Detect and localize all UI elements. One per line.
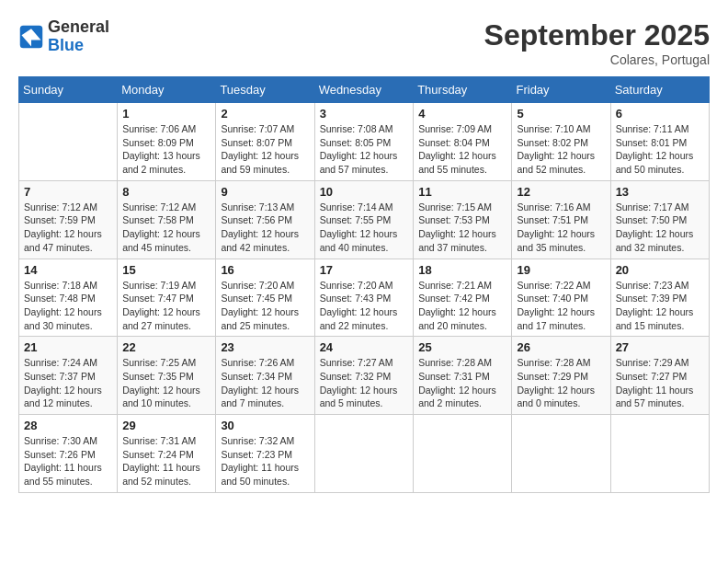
day-info: Sunrise: 7:30 AMSunset: 7:26 PMDaylight:… xyxy=(24,434,112,488)
calendar-week-row: 28Sunrise: 7:30 AMSunset: 7:26 PMDayligh… xyxy=(19,415,710,493)
day-info: Sunrise: 7:20 AMSunset: 7:43 PMDaylight:… xyxy=(320,279,409,333)
day-info: Sunrise: 7:26 AMSunset: 7:34 PMDaylight:… xyxy=(221,356,309,410)
day-number: 7 xyxy=(24,185,112,199)
calendar-cell: 17Sunrise: 7:20 AMSunset: 7:43 PMDayligh… xyxy=(314,259,414,337)
day-info: Sunrise: 7:14 AMSunset: 7:55 PMDaylight:… xyxy=(320,201,409,255)
day-info: Sunrise: 7:20 AMSunset: 7:45 PMDaylight:… xyxy=(221,279,309,333)
day-info: Sunrise: 7:08 AMSunset: 8:05 PMDaylight:… xyxy=(320,122,409,177)
calendar-cell: 30Sunrise: 7:32 AMSunset: 7:23 PMDayligh… xyxy=(216,415,314,493)
day-info: Sunrise: 7:31 AMSunset: 7:24 PMDaylight:… xyxy=(122,434,210,488)
day-number: 26 xyxy=(517,340,605,354)
calendar-cell: 29Sunrise: 7:31 AMSunset: 7:24 PMDayligh… xyxy=(118,415,216,493)
day-number: 19 xyxy=(517,263,605,277)
logo-blue-text: Blue xyxy=(48,36,84,54)
day-info: Sunrise: 7:27 AMSunset: 7:32 PMDaylight:… xyxy=(320,356,409,410)
day-info: Sunrise: 7:28 AMSunset: 7:29 PMDaylight:… xyxy=(517,356,605,410)
day-number: 18 xyxy=(418,263,506,277)
calendar-cell: 20Sunrise: 7:23 AMSunset: 7:39 PMDayligh… xyxy=(610,259,709,337)
calendar-cell: 18Sunrise: 7:21 AMSunset: 7:42 PMDayligh… xyxy=(414,259,512,337)
calendar-cell xyxy=(414,415,512,493)
day-info: Sunrise: 7:06 AMSunset: 8:09 PMDaylight:… xyxy=(122,122,210,177)
day-number: 28 xyxy=(24,419,112,432)
calendar-week-row: 14Sunrise: 7:18 AMSunset: 7:48 PMDayligh… xyxy=(19,259,710,337)
weekday-header-friday: Friday xyxy=(512,77,610,103)
day-number: 30 xyxy=(221,419,309,432)
calendar-cell: 4Sunrise: 7:09 AMSunset: 8:04 PMDaylight… xyxy=(414,103,512,181)
calendar-week-row: 1Sunrise: 7:06 AMSunset: 8:09 PMDaylight… xyxy=(19,103,710,181)
day-info: Sunrise: 7:09 AMSunset: 8:04 PMDaylight:… xyxy=(418,122,506,177)
day-number: 22 xyxy=(122,340,210,354)
day-info: Sunrise: 7:07 AMSunset: 8:07 PMDaylight:… xyxy=(221,122,309,177)
calendar-cell: 8Sunrise: 7:12 AMSunset: 7:58 PMDaylight… xyxy=(118,180,216,259)
calendar-cell: 6Sunrise: 7:11 AMSunset: 8:01 PMDaylight… xyxy=(610,103,709,181)
calendar-cell: 21Sunrise: 7:24 AMSunset: 7:37 PMDayligh… xyxy=(19,337,118,415)
location-text: Colares, Portugal xyxy=(484,52,710,67)
logo: General Blue xyxy=(18,18,109,55)
calendar-cell: 11Sunrise: 7:15 AMSunset: 7:53 PMDayligh… xyxy=(414,180,512,259)
calendar-table: SundayMondayTuesdayWednesdayThursdayFrid… xyxy=(18,76,710,493)
calendar-cell: 14Sunrise: 7:18 AMSunset: 7:48 PMDayligh… xyxy=(19,259,118,337)
calendar-cell xyxy=(512,415,610,493)
day-number: 16 xyxy=(221,263,309,277)
calendar-cell: 3Sunrise: 7:08 AMSunset: 8:05 PMDaylight… xyxy=(314,103,414,181)
calendar-cell: 12Sunrise: 7:16 AMSunset: 7:51 PMDayligh… xyxy=(512,180,610,259)
day-info: Sunrise: 7:16 AMSunset: 7:51 PMDaylight:… xyxy=(517,201,605,255)
day-number: 27 xyxy=(616,340,704,354)
page-header: General Blue September 2025 Colares, Por… xyxy=(18,18,710,67)
calendar-cell: 1Sunrise: 7:06 AMSunset: 8:09 PMDaylight… xyxy=(118,103,216,181)
day-number: 20 xyxy=(616,263,704,277)
weekday-header-sunday: Sunday xyxy=(19,77,118,103)
day-number: 21 xyxy=(24,340,112,354)
calendar-cell: 9Sunrise: 7:13 AMSunset: 7:56 PMDaylight… xyxy=(216,180,314,259)
weekday-header-saturday: Saturday xyxy=(610,77,709,103)
day-info: Sunrise: 7:32 AMSunset: 7:23 PMDaylight:… xyxy=(221,434,309,488)
calendar-cell: 10Sunrise: 7:14 AMSunset: 7:55 PMDayligh… xyxy=(314,180,414,259)
day-number: 5 xyxy=(517,107,605,121)
weekday-header-tuesday: Tuesday xyxy=(216,77,314,103)
day-info: Sunrise: 7:19 AMSunset: 7:47 PMDaylight:… xyxy=(122,279,210,333)
calendar-cell: 22Sunrise: 7:25 AMSunset: 7:35 PMDayligh… xyxy=(118,337,216,415)
day-number: 13 xyxy=(616,185,704,199)
calendar-cell: 13Sunrise: 7:17 AMSunset: 7:50 PMDayligh… xyxy=(610,180,709,259)
month-title: September 2025 xyxy=(484,18,710,52)
day-info: Sunrise: 7:13 AMSunset: 7:56 PMDaylight:… xyxy=(221,201,309,255)
day-number: 11 xyxy=(418,185,506,199)
calendar-week-row: 7Sunrise: 7:12 AMSunset: 7:59 PMDaylight… xyxy=(19,180,710,259)
day-number: 23 xyxy=(221,340,309,354)
weekday-header-thursday: Thursday xyxy=(414,77,512,103)
day-info: Sunrise: 7:10 AMSunset: 8:02 PMDaylight:… xyxy=(517,122,605,177)
weekday-header-row: SundayMondayTuesdayWednesdayThursdayFrid… xyxy=(19,77,710,103)
calendar-cell: 24Sunrise: 7:27 AMSunset: 7:32 PMDayligh… xyxy=(314,337,414,415)
day-info: Sunrise: 7:12 AMSunset: 7:58 PMDaylight:… xyxy=(122,201,210,255)
calendar-cell: 26Sunrise: 7:28 AMSunset: 7:29 PMDayligh… xyxy=(512,337,610,415)
calendar-cell: 7Sunrise: 7:12 AMSunset: 7:59 PMDaylight… xyxy=(19,180,118,259)
calendar-cell xyxy=(19,103,118,181)
calendar-cell: 25Sunrise: 7:28 AMSunset: 7:31 PMDayligh… xyxy=(414,337,512,415)
calendar-cell xyxy=(314,415,414,493)
day-info: Sunrise: 7:11 AMSunset: 8:01 PMDaylight:… xyxy=(616,122,704,177)
calendar-cell: 16Sunrise: 7:20 AMSunset: 7:45 PMDayligh… xyxy=(216,259,314,337)
day-number: 24 xyxy=(320,340,409,354)
day-number: 25 xyxy=(418,340,506,354)
day-number: 12 xyxy=(517,185,605,199)
calendar-cell: 5Sunrise: 7:10 AMSunset: 8:02 PMDaylight… xyxy=(512,103,610,181)
calendar-cell: 15Sunrise: 7:19 AMSunset: 7:47 PMDayligh… xyxy=(118,259,216,337)
day-number: 6 xyxy=(616,107,704,121)
day-number: 15 xyxy=(122,263,210,277)
calendar-cell: 2Sunrise: 7:07 AMSunset: 8:07 PMDaylight… xyxy=(216,103,314,181)
day-number: 17 xyxy=(320,263,409,277)
calendar-cell: 28Sunrise: 7:30 AMSunset: 7:26 PMDayligh… xyxy=(19,415,118,493)
day-number: 29 xyxy=(122,419,210,432)
title-area: September 2025 Colares, Portugal xyxy=(484,18,710,67)
day-info: Sunrise: 7:23 AMSunset: 7:39 PMDaylight:… xyxy=(616,279,704,333)
calendar-cell: 27Sunrise: 7:29 AMSunset: 7:27 PMDayligh… xyxy=(610,337,709,415)
weekday-header-wednesday: Wednesday xyxy=(314,77,414,103)
calendar-week-row: 21Sunrise: 7:24 AMSunset: 7:37 PMDayligh… xyxy=(19,337,710,415)
day-number: 10 xyxy=(320,185,409,199)
logo-general-text: General xyxy=(48,17,109,36)
day-info: Sunrise: 7:18 AMSunset: 7:48 PMDaylight:… xyxy=(24,279,112,333)
day-number: 1 xyxy=(122,107,210,121)
calendar-cell xyxy=(610,415,709,493)
day-info: Sunrise: 7:25 AMSunset: 7:35 PMDaylight:… xyxy=(122,356,210,410)
day-number: 8 xyxy=(122,185,210,199)
